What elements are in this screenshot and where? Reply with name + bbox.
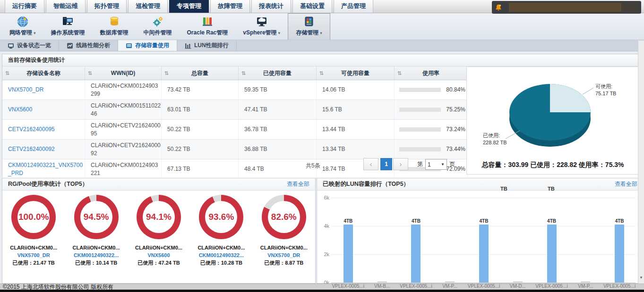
nav-tab-2[interactable]: 智能运维: [46, 0, 86, 13]
device-name-link[interactable]: CETV2162400095: [8, 125, 55, 133]
used-capacity-cell: 59.35 TB: [239, 80, 317, 100]
bar-value-label: 4TB: [473, 218, 494, 224]
ribbon-item-6[interactable]: vSphere管理▾: [235, 13, 288, 40]
lun-panel-title: 已映射的LUN容量排行（TOP5）: [323, 180, 409, 188]
column-header-2: ⇅WWN(ID): [85, 67, 162, 80]
ribbon-item-5[interactable]: Oracle Rac管理: [180, 13, 236, 40]
column-header-label: 已使用容量: [263, 69, 292, 77]
chevron-down-icon: ▾: [34, 31, 36, 35]
subtab-4[interactable]: LUN性能排行: [177, 40, 237, 51]
used-capacity-cell: 36.78 TB: [239, 120, 317, 139]
gauge-name-link[interactable]: CKM0012490322...: [199, 251, 244, 259]
usage-progress-track: [399, 127, 441, 132]
ribbon-item-1[interactable]: 网络管理▾: [2, 13, 43, 40]
nav-tab-9[interactable]: 产品管理: [334, 0, 373, 13]
lun-ranking-panel: 已映射的LUN容量排行（TOP5） 查看全部 TB TB 0k2k4k6k4TB…: [317, 178, 644, 284]
subtab-2[interactable]: 线路性能分析: [59, 40, 118, 51]
subtab-1[interactable]: 设备状态一览: [0, 40, 59, 51]
used-capacity-cell: 47.41 TB: [239, 100, 317, 119]
ribbon-item-4[interactable]: 中间件管理: [136, 13, 180, 40]
nav-tab-7[interactable]: 报表统计: [251, 0, 291, 13]
nav-tab-3[interactable]: 拓扑管理: [87, 0, 127, 13]
subtab-label: LUN性能排行: [194, 42, 229, 50]
rg-pool-gauge: 94.1%CLARiiON+CKM0...VNX5600已使用：47.24 TB: [128, 195, 189, 267]
pagination-prev-button[interactable]: ‹: [363, 158, 378, 170]
usage-rate-cell: 75.25%: [395, 100, 468, 119]
overview-icon: [8, 42, 14, 49]
sort-icon[interactable]: ⇅: [319, 70, 324, 76]
column-header-6: ⇅使用率: [395, 67, 468, 80]
usage-rate-cell: 80.84%: [395, 80, 468, 100]
scroll-down-arrow-icon[interactable]: ▼: [639, 275, 643, 280]
gauge-array-label: CLARiiON+CKM0...: [73, 244, 120, 251]
lun-bar-small: [513, 281, 523, 283]
pagination-current-page[interactable]: 1: [380, 158, 392, 170]
lun-view-all-link[interactable]: 查看全部: [615, 180, 637, 188]
vertical-scrollbar[interactable]: ▼: [638, 41, 644, 284]
bar-value-label: 4TB: [541, 218, 562, 224]
gauge-array-label: CLARiiON+CKM0...: [10, 244, 57, 251]
gauge-name-link[interactable]: VNX5600: [147, 251, 170, 259]
ribbon-item-2[interactable]: 操作系统管理: [43, 13, 93, 40]
ribbon-item-label: 存储管理▾: [296, 29, 322, 37]
nav-tab-6[interactable]: 故障管理: [210, 0, 250, 13]
subtab-3[interactable]: 存储容量使用: [118, 40, 177, 51]
notification-bar[interactable]: [492, 1, 641, 14]
subtab-bar: 设备状态一览线路性能分析存储容量使用LUN性能排行: [0, 40, 644, 51]
ribbon-item-3[interactable]: 数据库管理: [93, 13, 136, 40]
device-name-link[interactable]: VNX5600: [8, 106, 32, 113]
rg-pool-panel: RG/Pool使用率统计（TOP5） 查看全部 100.0%CLARiiON+C…: [2, 178, 316, 284]
capacity-icon: [126, 42, 132, 49]
rg-pool-view-all-link[interactable]: 查看全部: [287, 180, 309, 188]
device-name-link[interactable]: CETV2162400092: [8, 145, 55, 153]
nav-tab-1[interactable]: 运行摘要: [5, 0, 44, 13]
donut-gauge-1: 100.0%: [11, 195, 56, 239]
bar-value-label: 4TB: [338, 218, 359, 224]
column-header-3: ⇅总容量: [162, 67, 239, 80]
ribbon-item-label: 数据库管理: [100, 29, 129, 37]
gauge-name-link[interactable]: VNX5700_DR: [267, 251, 300, 259]
column-header-label: 存储设备名称: [26, 69, 60, 77]
sort-icon[interactable]: ⇅: [397, 70, 402, 76]
donut-gauge-2: 94.5%: [74, 195, 119, 239]
gauge-array-label: CLARiiON+CKM0...: [197, 244, 245, 251]
bell-icon: [495, 4, 502, 11]
donut-percent-label: 94.1%: [146, 212, 172, 222]
sort-icon[interactable]: ⇅: [241, 70, 246, 76]
mw-icon: [152, 15, 164, 28]
device-name-cell: VNX5600: [2, 100, 85, 119]
device-name-cell: VNX5700_DR: [2, 80, 85, 100]
pagination-next-button[interactable]: ›: [393, 158, 408, 170]
total-capacity-cell: 50.22 TB: [162, 140, 239, 159]
free-capacity-cell: 14.06 TB: [317, 80, 395, 100]
free-capacity-cell: 13.44 TB: [317, 120, 395, 139]
device-name-link[interactable]: VNX5700_DR: [8, 86, 43, 93]
used-capacity-cell: 36.88 TB: [239, 140, 317, 159]
network-icon: [17, 15, 29, 28]
nav-tab-5[interactable]: 专项管理: [169, 0, 209, 13]
ribbon-item-7[interactable]: 存储管理▾: [288, 13, 330, 40]
wwn-cell: CLARiiON+CETV2162400092: [85, 140, 162, 159]
page-select-dropdown[interactable]: 1 ▼: [425, 159, 447, 170]
nav-tab-4[interactable]: 巡检管理: [128, 0, 168, 13]
gauge-name-link[interactable]: CKM0012490322...: [74, 251, 119, 259]
total-capacity-cell: 67.13 TB: [162, 159, 239, 179]
y-axis-tick: 2k: [318, 251, 329, 257]
total-capacity-cell: 63.01 TB: [162, 100, 239, 119]
gauge-name-link[interactable]: VNX5700_DR: [17, 251, 50, 259]
sort-icon[interactable]: ⇅: [5, 70, 9, 76]
notification-redacted-action[interactable]: [621, 2, 638, 12]
device-name-link[interactable]: CKM00124903221_VNX5700_PRD: [8, 161, 85, 176]
column-header-label: 可使用容量: [341, 69, 369, 77]
x-axis-label: VM-P...: [442, 284, 457, 289]
lun-icon: [185, 42, 191, 49]
pagination-total: 共5条: [306, 162, 320, 170]
wwn-cell: CLARiiON+CKM00124903221: [85, 159, 162, 179]
sort-icon[interactable]: ⇅: [88, 70, 92, 76]
chevron-down-icon: ▾: [320, 31, 322, 35]
used-capacity-cell: 48.4 TB: [239, 159, 317, 179]
sort-icon[interactable]: ⇅: [164, 70, 169, 76]
nav-tab-8[interactable]: 基础设置: [292, 0, 332, 13]
gauge-used-label: 已使用：47.24 TB: [137, 259, 180, 267]
module-ribbon: 网络管理▾操作系统管理数据库管理中间件管理Oracle Rac管理vSphere…: [0, 13, 644, 40]
